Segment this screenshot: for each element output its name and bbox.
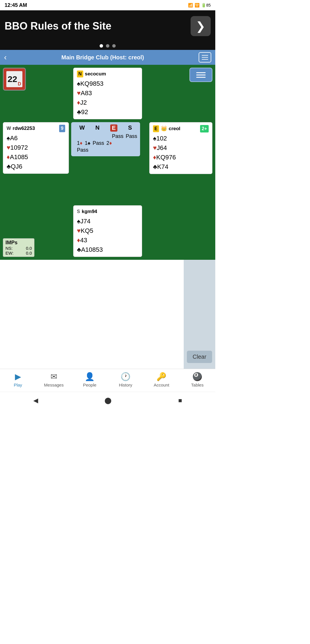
clear-button[interactable]: Clear [187, 351, 212, 363]
south-spades: ♠J74 [77, 216, 138, 226]
bid-direction-e-active: E [110, 124, 117, 132]
banner-next-button[interactable]: ❯ [191, 16, 211, 36]
android-recent-button[interactable]: ■ [178, 397, 182, 404]
bid-row-2: 1♦ 1♠ Pass 2♦ [74, 140, 137, 146]
content-sidebar: Clear [184, 260, 215, 369]
nav-label-people: People [83, 383, 96, 387]
menu-line-3 [202, 59, 208, 60]
status-icons: 📶 🛜 🔋85 [188, 3, 211, 7]
north-diamonds: ♦J2 [77, 98, 138, 107]
north-player-name: secocum [85, 70, 106, 78]
imps-box: IMPs NS: 0.0 EW: 0.0 [3, 238, 34, 257]
menu-line-2 [202, 57, 208, 58]
content-area: Clear [0, 260, 215, 369]
east-score: 2+ [200, 125, 209, 132]
nav-item-tables[interactable]: 🎱 Tables [183, 372, 212, 390]
dealer-badge: 22D [3, 68, 26, 91]
dots-indicator [0, 42, 215, 50]
back-button[interactable]: ‹ [4, 53, 7, 62]
bid-pass-2: Pass [126, 133, 137, 139]
imps-title: IMPs [5, 240, 32, 246]
east-direction-badge: E [153, 125, 159, 132]
status-time: 12:45 AM [5, 2, 27, 8]
status-bar: 12:45 AM 📶 🛜 🔋85 [0, 0, 215, 10]
dot-1[interactable] [100, 44, 103, 48]
imps-ew-label: EW: [5, 251, 13, 255]
nav-label-messages: Messages [44, 383, 63, 387]
bid-row-3: Pass [74, 147, 137, 153]
west-hand: W rdw62253 9 ♠A6 ♥10972 ♦A1085 ♣QJ6 [3, 122, 69, 174]
east-diamonds: ♦KQ976 [153, 153, 209, 162]
nav-item-history[interactable]: 🕐 History [111, 372, 140, 390]
menu-line-1 [202, 55, 208, 56]
north-hearts: ♥A83 [77, 88, 138, 98]
nav-label-tables: Tables [191, 383, 204, 387]
bid-row-1: Pass Pass [74, 133, 137, 139]
east-player-name: creol [169, 125, 181, 132]
east-hand: E 👑 creol 2+ ♠102 ♥J64 ♦KQ976 ♣K74 [149, 122, 212, 174]
wifi-icon: 🛜 [195, 3, 199, 7]
menu-button[interactable] [199, 52, 211, 63]
nav-title: Main Bridge Club (Host: creol) [7, 54, 199, 61]
imps-ns-value: 0.0 [26, 246, 32, 251]
nav-item-play[interactable]: ▶ Play [4, 372, 32, 390]
bottom-navigation: ▶ Play ✉ Messages 👤 People 🕐 History 🔑 A… [0, 369, 215, 392]
nav-item-messages[interactable]: ✉ Messages [40, 372, 68, 390]
nav-label-history: History [119, 383, 132, 387]
android-back-button[interactable]: ◀ [33, 397, 38, 404]
east-hearts: ♥J64 [153, 143, 209, 153]
south-hearts: ♥KQ5 [77, 226, 138, 235]
west-score: 9 [59, 125, 65, 132]
bid-direction-w: W [79, 124, 85, 132]
menu-line-3 [196, 77, 206, 78]
game-menu-button[interactable] [189, 68, 212, 82]
north-hand: N secocum ♠KQ9853 ♥A83 ♦J2 ♣92 [73, 68, 142, 119]
game-area: 22D N secocum ♠KQ9853 ♥A83 ♦J2 ♣92 W rdw… [0, 65, 215, 260]
android-navigation: ◀ ⬤ ■ [0, 392, 215, 409]
nav-label-account: Account [154, 383, 169, 387]
west-player-name: rdw62253 [13, 125, 35, 132]
west-spades: ♠A6 [7, 133, 65, 143]
nav-item-people[interactable]: 👤 People [75, 372, 104, 390]
north-direction-badge: N [77, 71, 83, 77]
bid-direction-s: S [128, 124, 132, 132]
south-diamonds: ♦43 [77, 235, 138, 245]
west-direction-badge: W [7, 125, 11, 132]
bid-pass-1: Pass [112, 133, 123, 139]
north-spades: ♠KQ9853 [77, 79, 138, 88]
menu-line-2 [196, 75, 206, 75]
east-spades: ♠102 [153, 134, 209, 143]
battery-icon: 🔋85 [201, 3, 211, 7]
content-main [0, 260, 184, 369]
imps-ew-value: 0.0 [26, 251, 32, 255]
signal-icon: 📶 [188, 3, 193, 7]
west-hearts: ♥10972 [7, 143, 65, 152]
nav-item-account[interactable]: 🔑 Account [147, 372, 176, 390]
imps-ew-row: EW: 0.0 [5, 251, 32, 255]
south-direction-badge: S [77, 208, 80, 215]
bid-2d: 2♦ [106, 140, 112, 146]
play-icon: ▶ [15, 372, 21, 381]
messages-icon: ✉ [51, 372, 57, 381]
bidding-box: W N E S Pass Pass 1♦ 1♠ Pass 2♦ Pass [71, 122, 140, 156]
bid-1d: 1♦ [77, 140, 82, 146]
bid-1s: 1♠ [85, 140, 90, 146]
banner-title: BBO Rules of the Site [5, 20, 191, 32]
dealer-number: 22D [6, 71, 23, 88]
bid-pass-3: Pass [93, 140, 104, 146]
history-icon: 🕐 [121, 372, 131, 381]
banner: BBO Rules of the Site ❯ [0, 10, 215, 42]
crown-icon: 👑 [161, 125, 167, 132]
south-player-name: kgm94 [82, 208, 97, 215]
south-clubs: ♣A10853 [77, 245, 138, 254]
navigation-bar: ‹ Main Bridge Club (Host: creol) [0, 50, 215, 65]
imps-ns-label: NS: [5, 246, 13, 251]
south-hand: S kgm94 ♠J74 ♥KQ5 ♦43 ♣A10853 [73, 205, 142, 257]
tables-icon: 🎱 [192, 372, 202, 381]
north-clubs: ♣92 [77, 107, 138, 117]
nav-label-play: Play [14, 383, 22, 387]
dot-2[interactable] [106, 44, 109, 48]
west-diamonds: ♦A1085 [7, 152, 65, 162]
dot-3[interactable] [112, 44, 116, 48]
android-home-button[interactable]: ⬤ [104, 397, 112, 404]
